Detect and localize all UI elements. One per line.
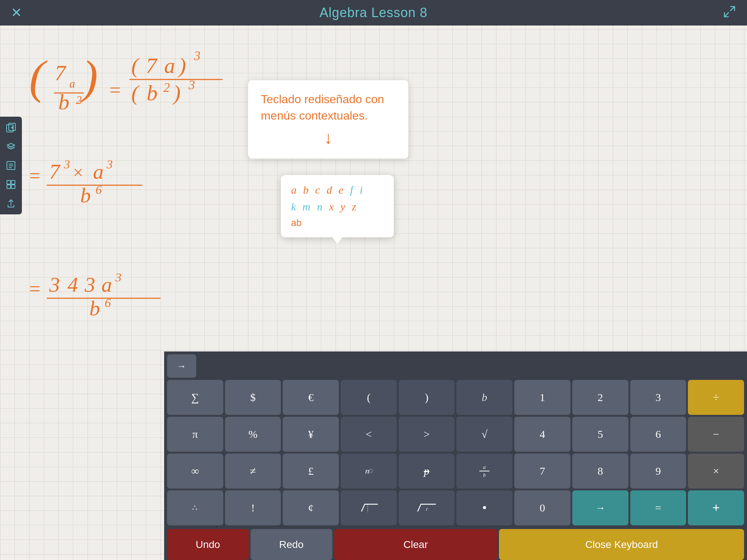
key-slash-var[interactable]: p xyxy=(399,454,455,489)
key-pound[interactable]: £ xyxy=(283,454,339,489)
sidebar-grid-icon[interactable] xyxy=(4,177,18,192)
equation-mid: = 7 3 × a 3 b 6 xyxy=(26,146,179,204)
var-m[interactable]: m xyxy=(302,201,310,213)
key-yen[interactable]: ¥ xyxy=(283,417,339,452)
svg-text:=: = xyxy=(29,277,40,300)
key-neq[interactable]: ≠ xyxy=(225,454,281,489)
key-cent[interactable]: ¢ xyxy=(283,490,339,525)
key-divide[interactable]: ÷ xyxy=(688,380,744,415)
svg-text:(: ( xyxy=(29,51,47,103)
svg-text:b: b xyxy=(147,81,158,105)
var-a[interactable]: a xyxy=(291,184,297,196)
key-9[interactable]: 9 xyxy=(630,454,686,489)
key-gt[interactable]: > xyxy=(399,417,455,452)
var-ab[interactable]: ab xyxy=(291,217,384,229)
var-row-1: a b c d e f i xyxy=(291,184,384,196)
key-sqrt-r[interactable]: r xyxy=(399,490,455,525)
redo-button[interactable]: Redo xyxy=(251,529,332,560)
key-therefore[interactable]: ∴ xyxy=(167,490,223,525)
close-button[interactable]: ✕ xyxy=(11,5,22,20)
key-inf[interactable]: ∞ xyxy=(167,454,223,489)
key-arrow-right[interactable]: → xyxy=(572,490,628,525)
key-pi[interactable]: π xyxy=(167,417,223,452)
key-dot[interactable]: • xyxy=(456,490,512,525)
var-y[interactable]: y xyxy=(340,201,345,213)
key-plus[interactable]: + xyxy=(688,490,744,525)
close-keyboard-button[interactable]: Close Keyboard xyxy=(499,529,744,560)
svg-text:2: 2 xyxy=(163,81,170,95)
sidebar-copy-icon[interactable] xyxy=(4,120,18,135)
key-equals[interactable]: = xyxy=(630,490,686,525)
svg-text:=: = xyxy=(29,164,40,187)
var-c[interactable]: c xyxy=(315,184,320,196)
var-i[interactable]: i xyxy=(360,184,363,196)
svg-text:a: a xyxy=(69,77,75,90)
var-d[interactable]: d xyxy=(326,184,332,196)
svg-text:b: b xyxy=(483,472,486,478)
svg-text:3: 3 xyxy=(115,271,121,284)
key-euro[interactable]: € xyxy=(283,380,339,415)
key-6[interactable]: 6 xyxy=(630,417,686,452)
arrow-key[interactable]: → xyxy=(167,354,196,378)
key-sqrt-bar[interactable] xyxy=(341,490,397,525)
key-5[interactable]: 5 xyxy=(572,417,628,452)
key-lt[interactable]: < xyxy=(341,417,397,452)
var-k[interactable]: k xyxy=(291,201,296,213)
sidebar-share-icon[interactable] xyxy=(4,196,18,211)
svg-text:×: × xyxy=(73,162,83,183)
key-rparen[interactable]: ) xyxy=(399,380,455,415)
svg-text:b: b xyxy=(80,183,91,204)
svg-text:): ) xyxy=(80,51,98,103)
key-percent[interactable]: % xyxy=(225,417,281,452)
svg-text:): ) xyxy=(172,81,181,105)
key-sqrt[interactable]: √ xyxy=(456,417,512,452)
svg-text:b: b xyxy=(58,90,69,109)
undo-button[interactable]: Undo xyxy=(167,529,249,560)
equation-bot: = 3 4 3 a 3 b 6 xyxy=(26,259,179,317)
key-4[interactable]: 4 xyxy=(514,417,570,452)
key-frac[interactable]: a b xyxy=(456,454,512,489)
svg-rect-10 xyxy=(7,185,11,188)
key-1[interactable]: 1 xyxy=(514,380,570,415)
sidebar-layers-icon[interactable] xyxy=(4,139,18,154)
key-nsup[interactable]: n□ xyxy=(341,454,397,489)
equation-top: ( 7 a b 2 ) = ( 7 a ) 3 ( b 2 ) 3 xyxy=(26,36,230,109)
var-e[interactable]: e xyxy=(338,184,343,196)
variable-popup: a b c d e f i k m n x y z ab xyxy=(281,175,394,237)
svg-text:3: 3 xyxy=(49,273,60,296)
left-sidebar xyxy=(0,117,22,214)
keyboard-row-4: ∴ ! ¢ r • 0 → = + xyxy=(167,490,744,525)
svg-text:7: 7 xyxy=(49,160,61,183)
expand-button[interactable] xyxy=(723,5,736,21)
key-sum[interactable]: ∑ xyxy=(167,380,223,415)
key-exclaim[interactable]: ! xyxy=(225,490,281,525)
clear-button[interactable]: Clear xyxy=(334,529,498,560)
var-x[interactable]: x xyxy=(329,201,334,213)
key-lparen[interactable]: ( xyxy=(341,380,397,415)
key-8[interactable]: 8 xyxy=(572,454,628,489)
svg-text:a: a xyxy=(164,54,175,78)
key-dollar[interactable]: $ xyxy=(225,380,281,415)
svg-text:6: 6 xyxy=(105,296,111,310)
key-0[interactable]: 0 xyxy=(514,490,570,525)
key-minus[interactable]: − xyxy=(688,417,744,452)
sidebar-notes-icon[interactable] xyxy=(4,158,18,173)
var-z[interactable]: z xyxy=(352,201,356,213)
svg-text:3: 3 xyxy=(106,158,113,171)
key-3[interactable]: 3 xyxy=(630,380,686,415)
svg-text:4: 4 xyxy=(67,273,78,296)
var-b[interactable]: b xyxy=(303,184,309,196)
var-f[interactable]: f xyxy=(350,184,353,196)
svg-text:3: 3 xyxy=(63,158,70,171)
key-times[interactable]: × xyxy=(688,454,744,489)
key-7[interactable]: 7 xyxy=(514,454,570,489)
keyboard-row-1: ∑ $ € ( ) b 1 2 3 ÷ xyxy=(167,380,744,415)
svg-text:3: 3 xyxy=(194,49,201,63)
keyboard-row-2: π % ¥ < > √ 4 5 6 − xyxy=(167,417,744,452)
svg-rect-11 xyxy=(11,185,15,188)
var-n[interactable]: n xyxy=(317,201,322,213)
key-2[interactable]: 2 xyxy=(572,380,628,415)
top-bar: ✕ Algebra Lesson 8 xyxy=(0,0,747,26)
key-b-var[interactable]: b xyxy=(456,380,512,415)
page-title: Algebra Lesson 8 xyxy=(320,5,427,20)
